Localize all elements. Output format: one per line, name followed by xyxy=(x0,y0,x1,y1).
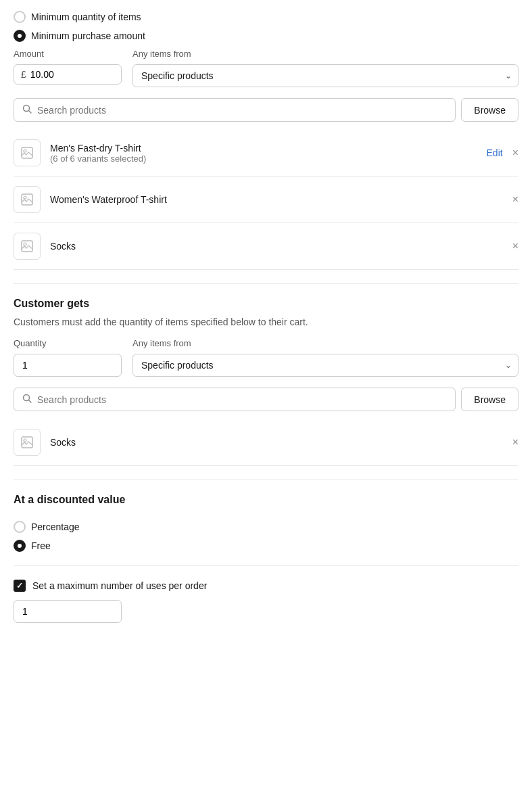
buys-product-actions-socks: × xyxy=(512,241,518,252)
buys-product-variants-mens: (6 of 6 variants selected) xyxy=(50,154,487,164)
svg-point-3 xyxy=(24,149,26,152)
svg-rect-2 xyxy=(22,147,32,158)
page-container: Minimum quantity of items Minimum purcha… xyxy=(14,11,518,623)
max-uses-section: Set a maximum number of uses per order xyxy=(14,580,518,623)
svg-rect-10 xyxy=(22,437,32,448)
gets-any-items-label: Any items from xyxy=(132,338,518,348)
discounted-value-section: At a discounted value Percentage Free xyxy=(14,494,518,552)
buys-fields-row: Amount £ Any items from Specific product… xyxy=(14,49,518,87)
buys-product-name-mens: Men's Fast-dry T-shirt xyxy=(50,143,487,154)
gets-quantity-input[interactable] xyxy=(22,360,113,371)
buys-browse-button[interactable]: Browse xyxy=(461,98,518,122)
gets-search-input-wrap[interactable] xyxy=(14,388,456,411)
customer-buys-section: Minimum quantity of items Minimum purcha… xyxy=(14,11,518,270)
gets-product-info-socks: Socks xyxy=(50,437,512,448)
radio-percentage-input[interactable] xyxy=(14,521,26,533)
gets-quantity-input-wrap[interactable] xyxy=(14,354,122,377)
radio-min-purchase-label: Minimum purchase amount xyxy=(31,30,145,41)
svg-point-7 xyxy=(24,243,26,246)
radio-min-quantity-label: Minimum quantity of items xyxy=(31,11,141,22)
gets-quantity-field-group: Quantity xyxy=(14,338,122,377)
buys-product-actions-mens: Edit × xyxy=(487,147,518,158)
buys-product-image-womens xyxy=(14,186,41,213)
section-divider-1 xyxy=(14,283,518,284)
max-uses-input-group xyxy=(14,600,518,623)
radio-min-quantity-input[interactable] xyxy=(14,11,26,23)
gets-search-input[interactable] xyxy=(37,394,447,405)
gets-any-items-select[interactable]: Specific products All products Specific … xyxy=(132,354,518,377)
discounted-value-title: At a discounted value xyxy=(14,494,518,506)
buys-product-item-womens-tshirt: Women's Waterproof T-shirt × xyxy=(14,177,518,223)
customer-gets-description: Customers must add the quantity of items… xyxy=(14,317,518,327)
buys-product-item-mens-tshirt: Men's Fast-dry T-shirt (6 of 6 variants … xyxy=(14,130,518,177)
buys-remove-mens-button[interactable]: × xyxy=(512,147,518,158)
buys-search-input-wrap[interactable] xyxy=(14,98,456,122)
buys-any-items-label: Any items from xyxy=(132,49,518,59)
buys-any-items-select[interactable]: Specific products All products Specific … xyxy=(132,64,518,87)
radio-min-quantity[interactable]: Minimum quantity of items xyxy=(14,11,518,23)
section-divider-2 xyxy=(14,480,518,480)
buys-product-item-socks: Socks × xyxy=(14,223,518,270)
radio-min-purchase-input[interactable] xyxy=(14,30,26,42)
amount-input[interactable] xyxy=(30,69,98,80)
customer-gets-title: Customer gets xyxy=(14,298,518,310)
svg-point-11 xyxy=(24,439,26,442)
amount-label: Amount xyxy=(14,49,122,59)
max-uses-checkbox[interactable] xyxy=(14,580,26,592)
buys-product-info-mens: Men's Fast-dry T-shirt (6 of 6 variants … xyxy=(50,143,487,164)
amount-field-group: Amount £ xyxy=(14,49,122,87)
radio-free[interactable]: Free xyxy=(14,540,518,552)
buys-remove-socks-button[interactable]: × xyxy=(512,241,518,252)
currency-symbol: £ xyxy=(21,69,26,80)
max-uses-checkbox-group[interactable]: Set a maximum number of uses per order xyxy=(14,580,518,592)
gets-product-list: Socks × xyxy=(14,419,518,466)
buys-product-info-womens: Women's Waterproof T-shirt xyxy=(50,194,512,205)
buys-product-name-womens: Women's Waterproof T-shirt xyxy=(50,194,512,205)
customer-gets-section: Customer gets Customers must add the qua… xyxy=(14,298,518,466)
buys-product-name-socks: Socks xyxy=(50,241,512,252)
section-divider-3 xyxy=(14,565,518,566)
gets-search-icon xyxy=(22,394,32,405)
buys-product-info-socks: Socks xyxy=(50,241,512,252)
gets-any-items-select-wrap: Specific products All products Specific … xyxy=(132,354,518,377)
gets-product-item-socks: Socks × xyxy=(14,419,518,466)
gets-search-row: Browse xyxy=(14,388,518,411)
max-uses-input-wrap[interactable] xyxy=(14,600,122,623)
radio-free-label: Free xyxy=(31,540,51,551)
gets-fields-row: Quantity Any items from Specific product… xyxy=(14,338,518,377)
buys-search-input[interactable] xyxy=(37,105,447,116)
buys-edit-mens-link[interactable]: Edit xyxy=(487,147,503,158)
buys-product-actions-womens: × xyxy=(512,194,518,205)
buys-product-image-mens xyxy=(14,139,41,166)
radio-min-purchase[interactable]: Minimum purchase amount xyxy=(14,30,518,42)
buys-any-items-select-wrap: Specific products All products Specific … xyxy=(132,64,518,87)
gets-remove-socks-button[interactable]: × xyxy=(512,437,518,448)
gets-quantity-label: Quantity xyxy=(14,338,122,348)
svg-line-1 xyxy=(29,111,32,114)
radio-percentage-label: Percentage xyxy=(31,521,80,532)
gets-product-name-socks: Socks xyxy=(50,437,512,448)
amount-input-wrap[interactable]: £ xyxy=(14,64,122,85)
buys-remove-womens-button[interactable]: × xyxy=(512,194,518,205)
max-uses-input[interactable] xyxy=(22,606,113,617)
max-uses-label: Set a maximum number of uses per order xyxy=(32,580,207,591)
gets-browse-button[interactable]: Browse xyxy=(461,388,518,411)
radio-percentage[interactable]: Percentage xyxy=(14,521,518,533)
svg-point-5 xyxy=(24,196,26,199)
buys-search-row: Browse xyxy=(14,98,518,122)
buys-product-list: Men's Fast-dry T-shirt (6 of 6 variants … xyxy=(14,130,518,270)
gets-any-items-field-group: Any items from Specific products All pro… xyxy=(132,338,518,377)
radio-free-input[interactable] xyxy=(14,540,26,552)
buys-product-image-socks xyxy=(14,233,41,260)
svg-rect-4 xyxy=(22,194,32,205)
gets-product-image-socks xyxy=(14,429,41,456)
gets-product-actions-socks: × xyxy=(512,437,518,448)
svg-line-9 xyxy=(29,400,32,403)
buys-search-icon xyxy=(22,104,32,116)
svg-rect-6 xyxy=(22,241,32,252)
buys-any-items-field-group: Any items from Specific products All pro… xyxy=(132,49,518,87)
